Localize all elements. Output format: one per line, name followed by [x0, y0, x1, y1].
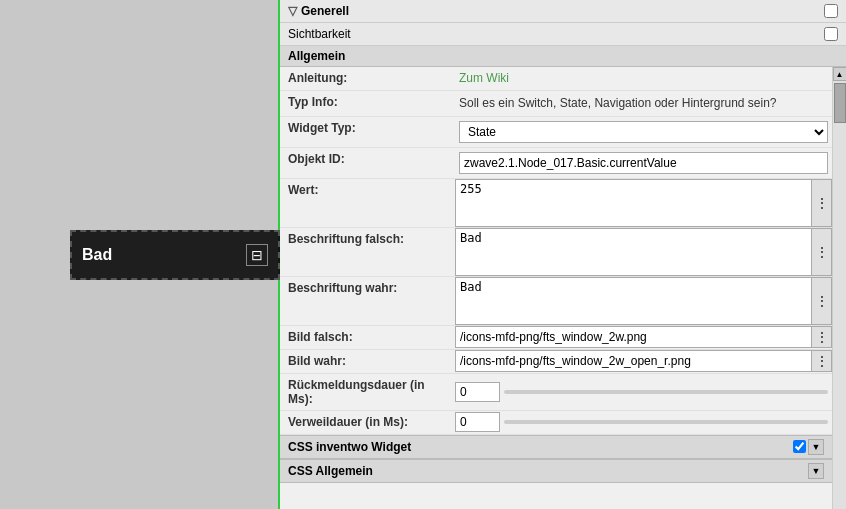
wert-btn-icon: ⋮ — [816, 196, 828, 210]
verweildauer-row: Verweildauer (in Ms): — [280, 411, 832, 435]
rueckmeldungsdauer-slider[interactable] — [504, 390, 828, 394]
wert-row: Wert: 255 ⋮ — [280, 179, 832, 228]
anleitung-link[interactable]: Zum Wiki — [459, 71, 509, 85]
bild-wahr-label: Bild wahr: — [280, 350, 455, 372]
bild-wahr-btn-icon: ⋮ — [816, 354, 828, 368]
css-inventwo-dropdown[interactable]: ▼ — [808, 439, 824, 455]
generell-checkbox[interactable] — [824, 4, 838, 18]
beschriftung-wahr-textarea[interactable]: Bad — [455, 277, 812, 325]
wert-btn[interactable]: ⋮ — [812, 179, 832, 227]
beschriftung-wahr-btn-icon: ⋮ — [816, 294, 828, 308]
scroll-thumb[interactable] — [834, 83, 846, 123]
beschriftung-falsch-label: Beschriftung falsch: — [280, 228, 455, 250]
typ-info-label: Typ Info: — [280, 91, 455, 113]
bild-falsch-btn-icon: ⋮ — [816, 330, 828, 344]
rueckmeldungsdauer-input[interactable] — [455, 382, 500, 402]
main-scroll-area: Anleitung: Zum Wiki Typ Info: Soll es ei… — [280, 67, 846, 509]
wert-label: Wert: — [280, 179, 455, 201]
css-inventwo-section: CSS inventwo Widget ▼ — [280, 435, 832, 459]
bild-falsch-input[interactable] — [455, 326, 812, 348]
beschriftung-falsch-btn[interactable]: ⋮ — [812, 228, 832, 276]
bild-wahr-btn[interactable]: ⋮ — [812, 350, 832, 372]
rueckmeldungsdauer-row: Rückmeldungsdauer (in Ms): — [280, 374, 832, 411]
wert-textarea[interactable]: 255 — [455, 179, 812, 227]
sichtbarkeit-label: Sichtbarkeit — [288, 27, 351, 41]
widget-icon: ⊟ — [246, 244, 268, 266]
widget-typ-select[interactable]: State Switch Navigation Hintergrund — [459, 121, 828, 143]
widget-typ-row: Widget Typ: State Switch Navigation Hint… — [280, 117, 832, 148]
generell-label: Generell — [301, 4, 349, 18]
allgemein-label: Allgemein — [288, 49, 345, 63]
widget-typ-label: Widget Typ: — [280, 117, 455, 139]
content-column: Anleitung: Zum Wiki Typ Info: Soll es ei… — [280, 67, 832, 509]
beschriftung-wahr-label: Beschriftung wahr: — [280, 277, 455, 299]
beschriftung-falsch-btn-icon: ⋮ — [816, 245, 828, 259]
objekt-id-row: Objekt ID: — [280, 148, 832, 179]
filter-icon: ▽ — [288, 4, 297, 18]
rueckmeldungsdauer-label: Rückmeldungsdauer (in Ms): — [280, 374, 455, 410]
beschriftung-wahr-btn[interactable]: ⋮ — [812, 277, 832, 325]
objekt-id-label: Objekt ID: — [280, 148, 455, 170]
anleitung-value: Zum Wiki — [455, 67, 832, 89]
anleitung-label: Anleitung: — [280, 67, 455, 89]
objekt-id-value — [455, 148, 832, 178]
allgemein-header: Allgemein — [280, 46, 846, 67]
objekt-id-input[interactable] — [459, 152, 828, 174]
css-inventwo-checkbox[interactable] — [793, 440, 806, 453]
generell-header: ▽ Generell — [280, 0, 846, 23]
verweildauer-input[interactable] — [455, 412, 500, 432]
scroll-up-btn[interactable]: ▲ — [833, 67, 847, 81]
bild-falsch-label: Bild falsch: — [280, 326, 455, 348]
bild-wahr-row: Bild wahr: ⋮ — [280, 350, 832, 374]
widget-typ-value: State Switch Navigation Hintergrund — [455, 117, 832, 147]
widget-label: Bad — [82, 246, 112, 264]
typ-info-row: Typ Info: Soll es ein Switch, State, Nav… — [280, 91, 832, 117]
bild-falsch-row: Bild falsch: ⋮ — [280, 326, 832, 350]
css-inventwo-label: CSS inventwo Widget — [288, 440, 411, 454]
anleitung-row: Anleitung: Zum Wiki — [280, 67, 832, 91]
typ-info-value: Soll es ein Switch, State, Navigation od… — [455, 91, 832, 116]
verweildauer-slider[interactable] — [504, 420, 828, 424]
sichtbarkeit-checkbox[interactable] — [824, 27, 838, 41]
css-allgemein-section: CSS Allgemein ▼ — [280, 459, 832, 483]
main-content: ▽ Generell Sichtbarkeit Allgemein Anleit… — [280, 0, 846, 509]
beschriftung-falsch-textarea[interactable]: Bad — [455, 228, 812, 276]
scrollbar[interactable]: ▲ — [832, 67, 846, 509]
bild-falsch-btn[interactable]: ⋮ — [812, 326, 832, 348]
sichtbarkeit-row: Sichtbarkeit — [280, 23, 846, 46]
bild-wahr-input[interactable] — [455, 350, 812, 372]
verweildauer-label: Verweildauer (in Ms): — [280, 411, 455, 433]
left-sidebar: Bad ⊟ — [0, 0, 280, 509]
beschriftung-falsch-row: Beschriftung falsch: Bad ⋮ — [280, 228, 832, 277]
widget-item[interactable]: Bad ⊟ — [70, 230, 280, 280]
css-allgemein-dropdown[interactable]: ▼ — [808, 463, 824, 479]
beschriftung-wahr-row: Beschriftung wahr: Bad ⋮ — [280, 277, 832, 326]
css-allgemein-label: CSS Allgemein — [288, 464, 373, 478]
